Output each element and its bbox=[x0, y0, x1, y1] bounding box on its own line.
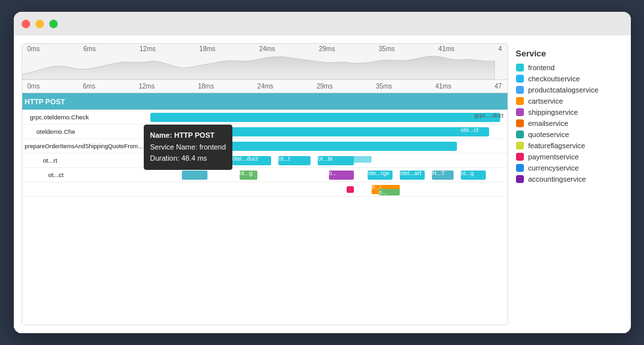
legend-panel: Service frontend checkoutservice product… bbox=[508, 43, 623, 325]
trace-area: 0ms 6ms 12ms 18ms 24ms 29ms 35ms 41ms 4 bbox=[22, 43, 508, 325]
span-row-grpc-check[interactable]: grpc.oteldemo.Check grpc....duct bbox=[22, 110, 507, 125]
span-bar bbox=[182, 171, 207, 180]
content-area: 0ms 6ms 12ms 18ms 24ms 29ms 35ms 41ms 4 bbox=[14, 35, 631, 333]
span-bar-container bbox=[150, 93, 507, 110]
legend-item: accountingservice bbox=[516, 175, 615, 183]
bar-container: grpc....duct bbox=[150, 110, 507, 124]
span-row-prepare[interactable]: prepareOrderItemsAndShippingQuoteFromCar… bbox=[22, 139, 507, 153]
span-label: oteldemo.Che bbox=[22, 128, 150, 135]
span-bar bbox=[150, 113, 497, 122]
legend-item-label: currencyservice bbox=[528, 164, 579, 172]
close-button[interactable] bbox=[22, 20, 30, 28]
span-label: ot...rt bbox=[22, 157, 150, 164]
legend-item-label: frontend bbox=[528, 64, 555, 71]
span-label-http-post: HTTP POST bbox=[22, 98, 150, 106]
tooltip-duration: Duration: 48.4 ms bbox=[150, 153, 226, 165]
minimap-chart-svg bbox=[22, 54, 495, 79]
span-bar-5 bbox=[347, 156, 372, 163]
legend-color-dot bbox=[516, 108, 524, 116]
span-label-right: grpc....duct bbox=[475, 112, 504, 119]
legend-item: productcatalogservice bbox=[516, 86, 615, 94]
span-row-oteldemo[interactable]: oteldemo.Che ote...ct bbox=[22, 125, 507, 139]
label-r2: otel...art bbox=[400, 170, 421, 176]
legend-item: featureflagservice bbox=[516, 142, 615, 150]
span-bar-pink bbox=[347, 186, 354, 193]
label-3: ot...t bbox=[278, 155, 290, 162]
main-window: 0ms 6ms 12ms 18ms 24ms 29ms 35ms 41ms 4 bbox=[14, 12, 631, 333]
legend-item: paymentservice bbox=[516, 153, 615, 161]
label-r1: ote...rge bbox=[368, 170, 389, 176]
span-label: ot...ct bbox=[22, 171, 150, 178]
legend-item-label: accountingservice bbox=[528, 175, 586, 183]
legend-item-label: checkoutservice bbox=[528, 75, 580, 83]
legend-item-label: quoteservice bbox=[528, 131, 569, 138]
legend-item: checkoutservice bbox=[516, 75, 615, 83]
span-row-deep-1[interactable]: P...t o... bbox=[22, 182, 507, 197]
legend-color-dot bbox=[516, 64, 524, 71]
timeline-ticks: 0ms 6ms 12ms 18ms 24ms 29ms 35ms 41ms 47 bbox=[22, 80, 507, 93]
span-label: grpc.oteldemo.Check bbox=[22, 113, 150, 121]
tooltip-service: Service Name: frontend bbox=[150, 142, 226, 153]
span-row-http-post[interactable]: HTTP POST bbox=[22, 93, 507, 110]
legend-item: emailservice bbox=[516, 119, 615, 127]
legend-item: currencyservice bbox=[516, 164, 615, 172]
label-p: o... bbox=[329, 170, 337, 176]
span-row-small-1[interactable]: ot...rt otel...duct ot...t ot...te bbox=[22, 153, 507, 168]
legend-item-label: emailservice bbox=[528, 119, 569, 127]
legend-items: frontend checkoutservice productcatalogs… bbox=[516, 64, 615, 183]
label-4: ot...te bbox=[318, 155, 333, 162]
legend-title: Service bbox=[516, 49, 615, 58]
span-label: prepareOrderItemsAndShippingQuoteFromCar… bbox=[22, 143, 150, 150]
legend-color-dot bbox=[516, 175, 524, 183]
bar-container: ot...g o... ote...rge otel...art H...T o… bbox=[150, 168, 507, 182]
minimap-ticks: 0ms 6ms 12ms 18ms 24ms 29ms 35ms 41ms 4 bbox=[22, 45, 507, 52]
maximize-button[interactable] bbox=[49, 20, 58, 28]
legend-color-dot bbox=[516, 119, 524, 127]
legend-color-dot bbox=[516, 142, 524, 150]
legend-color-dot bbox=[516, 86, 524, 94]
span-row-nested-1[interactable]: ot...ct ot...g o... ote...rge otel...art bbox=[22, 168, 507, 182]
legend-item-label: paymentservice bbox=[528, 153, 579, 161]
minimize-button[interactable] bbox=[35, 20, 44, 28]
label-r4: ot...g bbox=[461, 170, 474, 176]
span-label-right: ote...ct bbox=[461, 127, 507, 133]
label-r3: H...T bbox=[432, 170, 445, 176]
legend-color-dot bbox=[516, 164, 524, 172]
minimap[interactable]: 0ms 6ms 12ms 18ms 24ms 29ms 35ms 41ms 4 bbox=[22, 44, 507, 80]
legend-color-dot bbox=[516, 75, 524, 83]
titlebar bbox=[14, 12, 631, 35]
span-tooltip: Name: HTTP POST Service Name: frontend D… bbox=[144, 125, 233, 170]
label-green: o... bbox=[379, 189, 387, 195]
legend-item-label: shippingservice bbox=[528, 108, 578, 116]
legend-item-label: productcatalogservice bbox=[528, 86, 599, 94]
legend-item-label: featureflagservice bbox=[528, 142, 586, 150]
spans-area[interactable]: HTTP POST grpc.oteldemo.Check grpc....du… bbox=[22, 93, 507, 325]
legend-item-label: cartservice bbox=[528, 97, 563, 105]
legend-item: frontend bbox=[516, 64, 615, 71]
legend-color-dot bbox=[516, 153, 524, 161]
legend-item: shippingservice bbox=[516, 108, 615, 116]
legend-item: cartservice bbox=[516, 97, 615, 105]
legend-color-dot bbox=[516, 131, 524, 138]
label-g: ot...g bbox=[240, 170, 253, 176]
bar-container: P...t o... bbox=[150, 182, 507, 196]
legend-item: quoteservice bbox=[516, 131, 615, 138]
label-2: otel...duct bbox=[232, 155, 258, 162]
tooltip-name: Name: HTTP POST bbox=[150, 130, 226, 142]
legend-color-dot bbox=[516, 97, 524, 105]
